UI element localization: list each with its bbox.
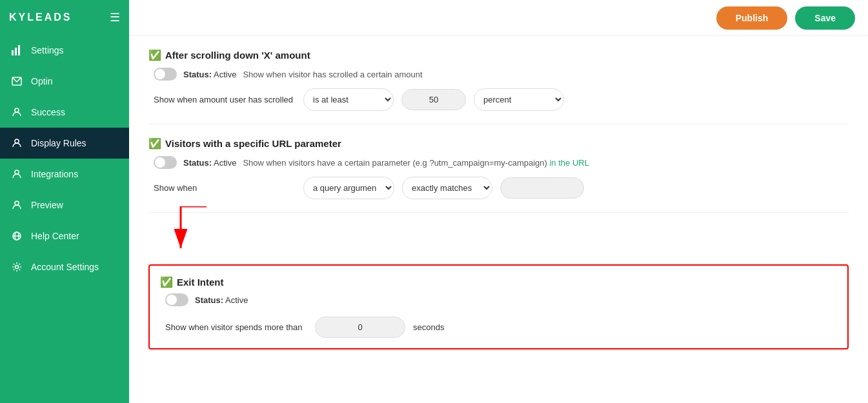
exit-unit-label: seconds: [413, 322, 444, 332]
url-match-select[interactable]: exactly matches contains starts with: [402, 177, 492, 199]
scroll-unit-select[interactable]: percent pixels: [474, 88, 564, 111]
sidebar-item-settings-label: Settings: [31, 45, 64, 55]
svg-point-7: [15, 201, 19, 205]
url-value-input[interactable]: [500, 177, 584, 199]
url-status-row: Status: Active Show when visitors have a…: [154, 156, 849, 169]
integrations-icon: [10, 168, 23, 181]
content-area: ✅ After scrolling down 'X' amount Status…: [129, 36, 868, 403]
scroll-section-title: ✅ After scrolling down 'X' amount: [148, 49, 849, 61]
scroll-title-text: After scrolling down 'X' amount: [165, 50, 310, 61]
gear-icon: [10, 260, 23, 273]
scroll-toggle[interactable]: [154, 68, 177, 81]
svg-point-4: [15, 108, 19, 112]
save-button[interactable]: Save: [795, 6, 855, 30]
scroll-value-input[interactable]: [401, 89, 466, 110]
url-query-select[interactable]: a query argumen a query value: [303, 177, 394, 199]
main-area: Publish Save ✅ After scrolling down 'X' …: [129, 0, 868, 403]
app-logo: KYLEADS: [9, 12, 72, 23]
preview-icon: [10, 199, 23, 211]
sidebar-item-integrations[interactable]: Integrations: [0, 159, 129, 190]
chart-icon: [10, 44, 23, 57]
url-title-text: Visitors with a specific URL parameter: [165, 138, 341, 149]
exit-form-row: Show when visitor spends more than secon…: [165, 317, 837, 338]
sidebar-item-integrations-label: Integrations: [31, 169, 78, 179]
url-status-desc: Show when visitors have a certain parame…: [243, 158, 589, 168]
sidebar: KYLEADS ☰ Settings Optin Success: [0, 0, 129, 403]
sidebar-item-display-rules-label: Display Rules: [31, 138, 86, 148]
exit-intent-title: ✅ Exit Intent: [160, 276, 837, 288]
svg-rect-1: [15, 48, 17, 55]
url-check-icon: ✅: [148, 137, 161, 150]
exit-form-label: Show when visitor spends more than: [165, 322, 307, 332]
scroll-form-row: Show when amount user has scrolled is at…: [154, 88, 849, 111]
sidebar-item-success[interactable]: Success: [0, 97, 129, 128]
svg-point-6: [15, 170, 19, 174]
sidebar-item-optin[interactable]: Optin: [0, 66, 129, 97]
exit-toggle[interactable]: [165, 293, 188, 306]
url-param-section: ✅ Visitors with a specific URL parameter…: [148, 137, 849, 213]
url-toggle[interactable]: [154, 156, 177, 169]
mail-icon: [10, 75, 23, 88]
publish-button[interactable]: Publish: [716, 6, 788, 30]
exit-status-label: Status: Active: [195, 295, 248, 305]
svg-point-5: [15, 139, 19, 143]
exit-status-row: Status: Active: [165, 293, 837, 306]
header: Publish Save: [129, 0, 868, 36]
url-form-row: Show when a query argumen a query value …: [154, 177, 849, 199]
exit-title-text: Exit Intent: [177, 277, 224, 288]
svg-rect-0: [12, 50, 14, 55]
url-status-label: Status: Active: [183, 158, 236, 168]
scroll-status-desc: Show when visitor has scrolled a certain…: [243, 70, 422, 79]
sidebar-item-help-center[interactable]: Help Center: [0, 221, 129, 251]
scroll-form-label: Show when amount user has scrolled: [154, 95, 296, 104]
svg-rect-2: [18, 45, 20, 55]
exit-check-icon: ✅: [160, 276, 173, 288]
scroll-check-icon: ✅: [148, 49, 161, 61]
display-rules-icon: [10, 137, 23, 150]
url-param-title: ✅ Visitors with a specific URL parameter: [148, 137, 849, 150]
sidebar-item-account-settings-label: Account Settings: [31, 262, 99, 272]
sidebar-item-preview-label: Preview: [31, 200, 63, 210]
sidebar-item-optin-label: Optin: [31, 76, 52, 86]
exit-intent-section: ✅ Exit Intent Status: Active Show when v…: [148, 264, 849, 349]
sidebar-item-help-center-label: Help Center: [31, 231, 79, 241]
scroll-section: ✅ After scrolling down 'X' amount Status…: [148, 49, 849, 124]
sidebar-nav: Settings Optin Success Display Rules: [0, 35, 129, 403]
exit-value-input[interactable]: [315, 317, 405, 338]
user-circle-icon: [10, 106, 23, 119]
scroll-condition-select[interactable]: is at least is at most is exactly: [303, 88, 394, 111]
sidebar-item-preview[interactable]: Preview: [0, 190, 129, 221]
scroll-status-row: Status: Active Show when visitor has scr…: [154, 68, 849, 81]
svg-point-11: [15, 266, 19, 269]
sidebar-item-success-label: Success: [31, 107, 65, 117]
sidebar-item-account-settings[interactable]: Account Settings: [0, 251, 129, 282]
scroll-status-label: Status: Active: [183, 70, 236, 79]
sidebar-item-display-rules[interactable]: Display Rules: [0, 128, 129, 159]
hamburger-icon[interactable]: ☰: [110, 10, 120, 25]
globe-icon: [10, 230, 23, 242]
sidebar-item-settings[interactable]: Settings: [0, 35, 129, 66]
sidebar-logo: KYLEADS ☰: [0, 0, 129, 35]
url-form-label: Show when: [154, 183, 296, 193]
red-arrow-svg: [168, 206, 245, 258]
arrow-container: [148, 226, 849, 258]
